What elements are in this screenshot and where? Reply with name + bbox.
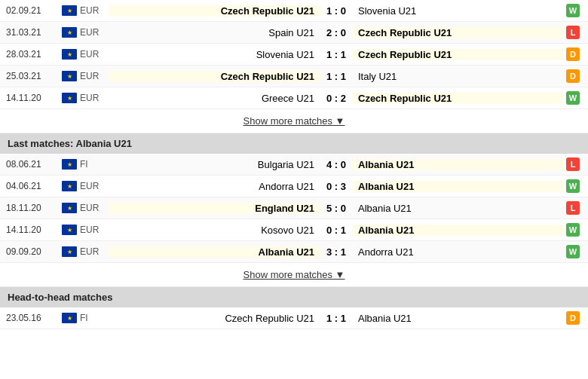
result-badge-container: L — [564, 201, 582, 215]
show-more-row: Show more matches ▼ — [0, 109, 588, 133]
match-date: 02.09.21 — [6, 5, 59, 16]
competition-flag — [59, 203, 80, 213]
result-badge: W — [566, 4, 580, 17]
result-badge: W — [566, 91, 580, 105]
competition-code: EUR — [80, 5, 109, 16]
table-row: 28.03.21 EUR Slovenia U21 1 : 1 Czech Re… — [0, 44, 588, 66]
competition-flag — [59, 246, 80, 257]
away-team: Albania U21 — [352, 313, 564, 324]
competition-code: EUR — [80, 246, 109, 257]
home-team: Spain U21 — [109, 27, 320, 38]
result-badge-container: W — [564, 223, 582, 237]
match-date: 14.11.20 — [6, 225, 59, 235]
match-date: 31.03.21 — [6, 27, 59, 38]
away-team: Italy U21 — [352, 71, 564, 82]
table-row: 04.06.21 EUR Andorra U21 0 : 3 Albania U… — [0, 176, 588, 197]
match-score: 4 : 0 — [320, 159, 352, 170]
away-team: Czech Republic U21 — [352, 27, 564, 38]
competition-flag — [59, 225, 80, 235]
home-team: Czech Republic U21 — [109, 313, 320, 324]
result-badge: D — [566, 69, 580, 83]
flag-icon — [62, 203, 77, 213]
competition-code: EUR — [80, 181, 109, 191]
table-row: 18.11.20 EUR England U21 5 : 0 Albania U… — [0, 197, 588, 219]
away-team: Albania U21 — [352, 159, 564, 170]
flag-icon — [62, 27, 77, 38]
home-team: Czech Republic U21 — [109, 71, 320, 82]
away-team: Albania U21 — [352, 181, 564, 192]
table-row: 14.11.20 EUR Greece U21 0 : 2 Czech Repu… — [0, 87, 588, 109]
competition-flag — [59, 181, 80, 191]
match-score: 0 : 2 — [320, 93, 352, 104]
flag-icon — [62, 181, 77, 191]
show-more-link[interactable]: Show more matches ▼ — [243, 269, 345, 280]
home-team: Czech Republic U21 — [109, 5, 320, 17]
result-badge-container: W — [564, 179, 582, 193]
show-more-link[interactable]: Show more matches ▼ — [243, 115, 345, 127]
result-badge-container: L — [564, 157, 582, 171]
result-badge: D — [566, 47, 580, 61]
table-row: 25.03.21 EUR Czech Republic U21 1 : 1 It… — [0, 66, 588, 87]
home-team: Kosovo U21 — [109, 225, 320, 236]
away-team: Albania U21 — [352, 225, 564, 236]
match-date: 08.06.21 — [6, 159, 59, 170]
result-badge-container: W — [564, 245, 582, 258]
result-badge-container: D — [564, 311, 582, 325]
match-date: 18.11.20 — [6, 203, 59, 213]
table-row: 02.09.21 EUR Czech Republic U21 1 : 0 Sl… — [0, 0, 588, 22]
match-score: 5 : 0 — [320, 203, 352, 214]
result-badge: W — [566, 223, 580, 237]
competition-flag — [59, 49, 80, 60]
result-badge: L — [566, 157, 580, 171]
competition-flag — [59, 71, 80, 81]
home-team: Slovenia U21 — [109, 49, 320, 60]
match-date: 25.03.21 — [6, 71, 59, 81]
flag-icon — [62, 159, 77, 170]
home-team: Albania U21 — [109, 246, 320, 258]
away-team: Czech Republic U21 — [352, 93, 564, 104]
match-score: 0 : 1 — [320, 225, 352, 236]
flag-icon — [62, 71, 77, 81]
table-row: 23.05.16 FI Czech Republic U21 1 : 1 Alb… — [0, 307, 588, 329]
table-row: 08.06.21 FI Bulgaria U21 4 : 0 Albania U… — [0, 154, 588, 176]
result-badge-container: D — [564, 47, 582, 61]
match-date: 04.06.21 — [6, 181, 59, 191]
competition-code: EUR — [80, 225, 109, 235]
match-score: 1 : 1 — [320, 49, 352, 60]
competition-code: EUR — [80, 93, 109, 103]
competition-flag — [59, 159, 80, 170]
competition-code: FI — [80, 159, 109, 170]
flag-icon — [62, 246, 77, 257]
away-team: Slovenia U21 — [352, 5, 564, 17]
home-team: Andorra U21 — [109, 181, 320, 192]
section-header: Last matches: Albania U21 — [0, 133, 588, 154]
section-header: Head-to-head matches — [0, 287, 588, 307]
away-team: Andorra U21 — [352, 246, 564, 258]
competition-code: EUR — [80, 49, 109, 60]
result-badge-container: D — [564, 69, 582, 83]
match-score: 1 : 1 — [320, 71, 352, 82]
table-row: 14.11.20 EUR Kosovo U21 0 : 1 Albania U2… — [0, 219, 588, 241]
competition-flag — [59, 5, 80, 16]
competition-code: EUR — [80, 203, 109, 213]
away-team: Albania U21 — [352, 203, 564, 214]
result-badge: L — [566, 26, 580, 39]
match-score: 0 : 3 — [320, 181, 352, 192]
match-score: 1 : 1 — [320, 313, 352, 324]
result-badge: D — [566, 311, 580, 325]
flag-icon — [62, 225, 77, 235]
flag-icon — [62, 49, 77, 60]
competition-code: FI — [80, 313, 109, 323]
away-team: Czech Republic U21 — [352, 49, 564, 60]
home-team: Greece U21 — [109, 93, 320, 104]
competition-code: EUR — [80, 71, 109, 81]
table-row: 09.09.20 EUR Albania U21 3 : 1 Andorra U… — [0, 241, 588, 263]
result-badge: L — [566, 201, 580, 215]
result-badge-container: W — [564, 4, 582, 17]
match-date: 28.03.21 — [6, 49, 59, 60]
result-badge: W — [566, 245, 580, 258]
match-score: 2 : 0 — [320, 27, 352, 38]
table-row: 31.03.21 EUR Spain U21 2 : 0 Czech Repub… — [0, 22, 588, 44]
home-team: England U21 — [109, 203, 320, 214]
match-date: 14.11.20 — [6, 93, 59, 103]
